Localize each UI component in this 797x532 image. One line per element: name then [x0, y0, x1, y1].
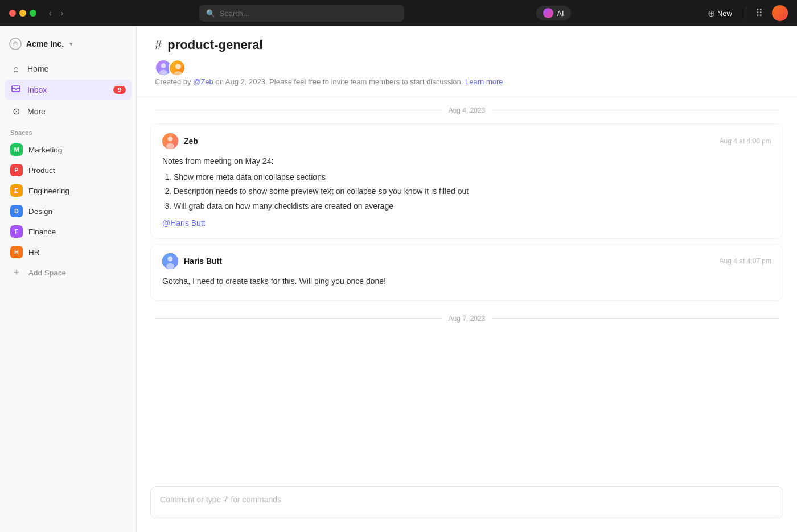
comment-input-wrapper[interactable]	[150, 486, 783, 518]
sidebar-item-home-label: Home	[27, 64, 48, 73]
message-time-zeb: Aug 4 at 4:00 pm	[720, 137, 771, 145]
message-body-haris: Gotcha, I need to create tasks for this.…	[162, 275, 771, 287]
topbar-divider	[746, 7, 746, 19]
list-item-1: Show more meta data on collapse sections	[174, 171, 771, 183]
channel-name: product-general	[167, 38, 262, 52]
message-body-zeb: Notes from meeting on May 24: Show more …	[162, 155, 771, 230]
sidebar-item-marketing[interactable]: M Marketing	[5, 139, 132, 160]
haris-message-text: Gotcha, I need to create tasks for this.…	[162, 275, 771, 287]
divider-text-aug4: Aug 4, 2023	[442, 106, 492, 114]
divider-line-aug7-left	[155, 318, 442, 319]
maximize-dot[interactable]	[30, 10, 36, 17]
brand-chevron-icon: ▾	[69, 40, 73, 48]
sidebar-item-more[interactable]: ⊙ More	[5, 101, 132, 121]
message-author-haris: Haris Butt	[162, 253, 222, 269]
svg-rect-1	[12, 86, 20, 92]
svg-point-6	[175, 64, 181, 69]
channel-members	[155, 59, 779, 76]
back-arrow[interactable]: ‹	[46, 7, 55, 19]
sidebar-item-inbox-label: Inbox	[27, 85, 47, 94]
sidebar-item-more-label: More	[27, 107, 46, 116]
channel-header: # product-general	[137, 26, 797, 97]
message-intro: Notes from meeting on May 24:	[162, 155, 771, 167]
hr-label: HR	[28, 248, 40, 257]
topbar: ‹ › 🔍 AI ⊕ New ⠿	[0, 0, 797, 26]
message-time-haris: Aug 4 at 4:07 pm	[720, 257, 771, 265]
new-plus-icon: ⊕	[708, 8, 715, 19]
message-author-zeb: Zeb	[162, 133, 198, 149]
content-area: # product-general	[137, 26, 797, 532]
search-bar[interactable]: 🔍	[199, 5, 404, 22]
learn-more-link[interactable]: Learn more	[465, 77, 503, 86]
comment-input[interactable]	[160, 495, 774, 504]
channel-description: Created by @Zeb on Aug 2, 2023. Please f…	[155, 76, 779, 88]
spaces-list: M Marketing P Product E Engineering D De…	[0, 139, 136, 262]
marketing-label: Marketing	[28, 146, 62, 154]
search-input[interactable]	[220, 9, 397, 18]
marketing-icon: M	[10, 143, 23, 156]
main-layout: Acme Inc. ▾ ⌂ Home Inbox 9 ⊙ More	[0, 26, 797, 532]
brand[interactable]: Acme Inc. ▾	[0, 33, 136, 59]
avatar-zeb	[162, 133, 178, 149]
svg-point-12	[168, 257, 173, 262]
engineering-icon: E	[10, 184, 23, 197]
divider-text-aug7: Aug 7, 2023	[442, 315, 492, 323]
avatar-haris	[162, 253, 178, 269]
user-avatar[interactable]	[772, 5, 788, 21]
sidebar-item-inbox[interactable]: Inbox 9	[5, 80, 132, 100]
inbox-icon	[10, 84, 22, 96]
hr-icon: H	[10, 246, 23, 258]
list-item-3: Will grab data on how many checklists ar…	[174, 200, 771, 212]
description-prefix: Created by	[155, 77, 193, 86]
date-divider-aug4: Aug 4, 2023	[137, 97, 797, 123]
inbox-badge: 9	[113, 86, 126, 94]
design-icon: D	[10, 205, 23, 217]
product-label: Product	[28, 166, 55, 175]
add-space-label: Add Space	[28, 269, 66, 277]
message-mention-haris: @Haris Butt	[162, 218, 206, 228]
message-header-haris: Haris Butt Aug 4 at 4:07 pm	[162, 253, 771, 269]
svg-point-10	[166, 143, 174, 149]
sidebar-item-hr[interactable]: H HR	[5, 242, 132, 262]
ai-icon	[543, 8, 553, 18]
new-button[interactable]: ⊕ New	[703, 6, 737, 21]
sidebar-item-product[interactable]: P Product	[5, 160, 132, 180]
sidebar-item-finance[interactable]: F Finance	[5, 221, 132, 242]
add-space-button[interactable]: + Add Space	[5, 262, 132, 283]
svg-point-4	[159, 69, 167, 75]
date-divider-aug7: Aug 7, 2023	[137, 306, 797, 332]
svg-point-13	[166, 263, 174, 270]
home-icon: ⌂	[10, 64, 22, 74]
nav-arrows: ‹ ›	[46, 7, 67, 19]
finance-label: Finance	[28, 228, 56, 236]
sidebar-item-home[interactable]: ⌂ Home	[5, 59, 132, 79]
divider-line-right	[492, 110, 779, 110]
brand-logo	[9, 38, 22, 50]
topbar-right: ⊕ New ⠿	[703, 5, 788, 21]
divider-line-aug7-right	[492, 318, 779, 319]
spaces-section-title: Spaces	[0, 121, 136, 139]
search-icon: 🔍	[206, 9, 215, 18]
comment-input-area	[137, 486, 797, 532]
more-icon: ⊙	[10, 106, 22, 117]
divider-line-left	[155, 110, 442, 110]
messages-container: Aug 4, 2023 Z	[137, 97, 797, 487]
sidebar-item-design[interactable]: D Design	[5, 201, 132, 221]
ai-button[interactable]: AI	[536, 6, 570, 20]
sidebar-nav: ⌂ Home Inbox 9 ⊙ More	[0, 59, 136, 121]
channel-hash-icon: #	[155, 38, 162, 52]
sidebar-item-engineering[interactable]: E Engineering	[5, 180, 132, 201]
minimize-dot[interactable]	[19, 10, 26, 17]
svg-point-9	[168, 136, 173, 141]
message-card-haris: Haris Butt Aug 4 at 4:07 pm Gotcha, I ne…	[150, 244, 783, 300]
grid-icon[interactable]: ⠿	[755, 7, 763, 19]
ai-label: AI	[557, 9, 564, 18]
close-dot[interactable]	[9, 10, 16, 17]
add-space-plus-icon: +	[10, 266, 23, 279]
product-icon: P	[10, 164, 23, 176]
engineering-label: Engineering	[28, 187, 69, 195]
message-header-zeb: Zeb Aug 4 at 4:00 pm	[162, 133, 771, 149]
window-controls	[9, 10, 36, 17]
new-label: New	[717, 9, 732, 18]
forward-arrow[interactable]: ›	[57, 7, 67, 19]
